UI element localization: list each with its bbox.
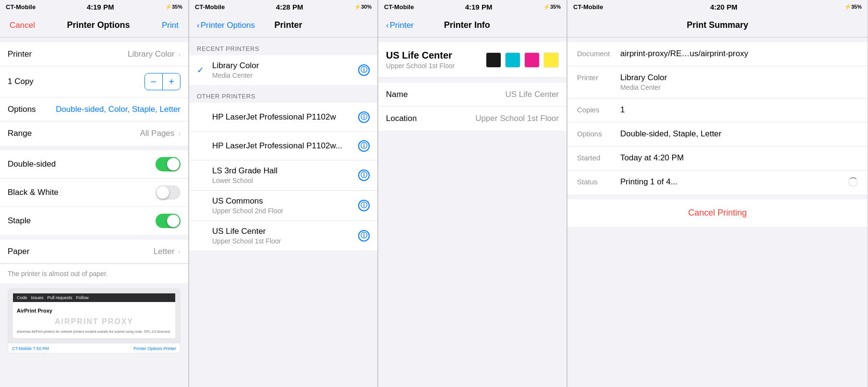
options-row[interactable]: Options Double-sided, Color, Staple, Let…	[0, 97, 188, 121]
started-value: Today at 4:20 PM	[620, 153, 858, 163]
copy-label: 1 Copy	[8, 77, 34, 86]
document-value: airprint-proxy/RE…us/airprint-proxy	[620, 49, 858, 59]
printer-title: Printer	[255, 20, 322, 30]
doc-preview-footer: CT-Mobile 7:50 PM Printer Options Printe…	[8, 343, 180, 353]
ink-colors	[486, 52, 559, 68]
printer-sub-us-commons: Upper School 2nd Floor	[212, 207, 358, 215]
ink-cyan	[505, 52, 520, 68]
increment-button[interactable]: +	[163, 73, 180, 90]
doc-small-text: Advertise AirPrint printers for network …	[17, 329, 171, 334]
battery-icons-1: ⚡35%	[165, 4, 182, 10]
checkmark-icon: ✓	[197, 65, 206, 75]
status-bar-4: CT-Mobile 4:20 PM ⚡35%	[567, 0, 868, 13]
battery-icons-4: ⚡35%	[844, 4, 862, 10]
staple-toggle[interactable]	[156, 214, 181, 228]
nav-bar-3: ‹ Printer Printer Info	[378, 13, 567, 37]
toggle-thumb-3	[167, 215, 180, 227]
time-3: 4:19 PM	[465, 3, 493, 11]
nav-bar-4: Print Summary	[567, 13, 868, 37]
printer-info-hp1: HP LaserJet Professional P1102w	[212, 112, 358, 122]
ink-magenta	[524, 52, 540, 68]
printer-info-panel: CT-Mobile 4:19 PM ⚡35% ‹ Printer Printer…	[378, 0, 567, 387]
printer-options-title: Printer Options	[37, 20, 160, 30]
started-summary-row: Started Today at 4:20 PM	[567, 146, 868, 170]
name-row-value: US Life Center	[506, 90, 559, 99]
print-summary-panel: CT-Mobile 4:20 PM ⚡35% Print Summary Doc…	[567, 0, 868, 387]
carrier-4: CT-Mobile	[573, 3, 603, 11]
printer-name-hp1: HP LaserJet Professional P1102w	[212, 112, 358, 122]
info-btn-library[interactable]: ⓘ	[358, 64, 370, 76]
status-summary-row: Status Printing 1 of 4...	[567, 170, 868, 194]
toggle-list: Double-sided Black & White Staple	[0, 150, 188, 235]
status-label: Status	[577, 177, 620, 186]
status-row-content: Printing 1 of 4...	[620, 177, 858, 187]
printer-options-panel: CT-Mobile 4:19 PM ⚡35% Cancel Printer Op…	[0, 0, 189, 387]
printer-info-us-life: US Life Center Upper School 1st Floor	[212, 227, 358, 245]
document-label: Document	[577, 49, 620, 58]
nav-bar-2: ‹ Printer Options Printer	[189, 13, 377, 37]
printer-item-us-commons[interactable]: ✓ US Commons Upper School 2nd Floor ⓘ	[189, 191, 377, 221]
printer-value: Library Color ›	[128, 49, 181, 59]
printer-info-library: Library Color Media Center	[212, 61, 358, 79]
doc-big-text: AIRPRINT PROXY	[17, 314, 171, 329]
copy-stepper[interactable]: − +	[145, 73, 181, 90]
printer-row[interactable]: Printer Library Color ›	[0, 42, 188, 66]
printer-item-hp2[interactable]: ✓ HP LaserJet Professional P1102w... ⓘ	[189, 132, 377, 160]
printer-label: Printer	[8, 49, 32, 59]
printer-sum-sub: Media Center	[620, 84, 667, 91]
double-sided-toggle[interactable]	[156, 157, 181, 171]
checkmark-empty-3: ✓	[197, 170, 206, 181]
printer-header-name: US Life Center	[386, 50, 455, 61]
cancel-printing-button[interactable]: Cancel Printing	[567, 199, 868, 227]
printer-info-title: Printer Info	[414, 20, 520, 30]
printer-item-us-life[interactable]: ✓ US Life Center Upper School 1st Floor …	[189, 221, 377, 251]
bw-row: Black & White	[0, 179, 188, 207]
printer-name-hp2: HP LaserJet Professional P1102w...	[212, 141, 358, 151]
status-bar-1: CT-Mobile 4:19 PM ⚡35%	[0, 0, 188, 13]
info-btn-us-commons[interactable]: ⓘ	[358, 200, 370, 211]
other-printers-list: ✓ HP LaserJet Professional P1102w ⓘ ✓ HP…	[189, 103, 377, 251]
copy-row: 1 Copy − +	[0, 66, 188, 97]
range-row[interactable]: Range All Pages ›	[0, 121, 188, 145]
ink-black	[486, 52, 501, 68]
ink-yellow	[543, 52, 559, 68]
paper-value: Letter ›	[154, 247, 181, 256]
bw-toggle[interactable]	[156, 185, 181, 200]
carrier-3: CT-Mobile	[384, 3, 414, 11]
printer-sum-info: Library Color Media Center	[620, 73, 667, 91]
paper-chevron: ›	[178, 248, 181, 255]
nav-bar-1: Cancel Printer Options Print	[0, 13, 188, 37]
status-value: Printing 1 of 4...	[620, 177, 848, 187]
printer-name-library: Library Color	[212, 61, 358, 71]
battery-icons-2: ⚡30%	[354, 4, 372, 10]
copies-summary-row: Copies 1	[567, 98, 868, 122]
range-chevron: ›	[178, 130, 181, 137]
info-btn-ls3[interactable]: ⓘ	[358, 169, 370, 181]
printer-item-hp1[interactable]: ✓ HP LaserJet Professional P1102w ⓘ	[189, 103, 377, 132]
footer-right: Printer Options Printer	[133, 346, 176, 351]
printer-back-btn[interactable]: ‹ Printer Options	[197, 21, 255, 30]
paper-row[interactable]: Paper Letter ›	[0, 240, 188, 264]
name-info-row: Name US Life Center	[378, 83, 567, 107]
printer-item-ls3[interactable]: ✓ LS 3rd Grade Hall Lower School ⓘ	[189, 160, 377, 191]
status-bar-3: CT-Mobile 4:19 PM ⚡35%	[378, 0, 567, 13]
info-btn-hp1[interactable]: ⓘ	[358, 111, 370, 123]
time-1: 4:19 PM	[87, 3, 114, 11]
print-button[interactable]: Print	[160, 21, 181, 30]
other-section-header: OTHER PRINTERS	[189, 85, 377, 103]
location-row-value: Upper School 1st Floor	[475, 114, 559, 123]
info-btn-us-life[interactable]: ⓘ	[358, 230, 370, 242]
double-sided-label: Double-sided	[8, 159, 56, 169]
battery-icons-3: ⚡35%	[543, 4, 561, 10]
printer-item-library-color[interactable]: ✓ Library Color Media Center ⓘ	[189, 55, 377, 85]
info-back-btn[interactable]: ‹ Printer	[386, 21, 414, 30]
cancel-button[interactable]: Cancel	[8, 21, 37, 30]
header-item-follow: Follow	[76, 295, 89, 300]
recent-section-header: RECENT PRINTERS	[189, 37, 377, 55]
status-bar-2: CT-Mobile 4:28 PM ⚡30%	[189, 0, 377, 13]
decrement-button[interactable]: −	[145, 73, 162, 90]
document-summary-row: Document airprint-proxy/RE…us/airprint-p…	[567, 42, 868, 66]
options-value: Double-sided, Color, Staple, Letter	[56, 105, 181, 114]
info-btn-hp2[interactable]: ⓘ	[358, 140, 370, 152]
printer-header-text: US Life Center Upper School 1st Floor	[386, 50, 455, 70]
